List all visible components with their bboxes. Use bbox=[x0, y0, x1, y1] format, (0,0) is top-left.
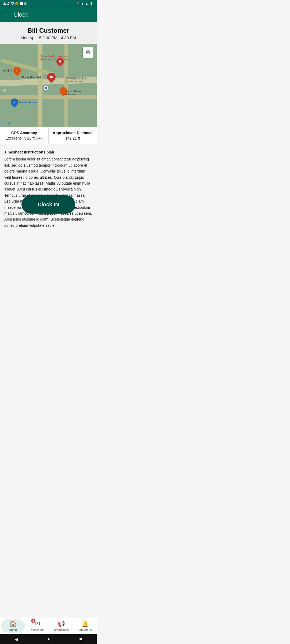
svg-point-0 bbox=[88, 52, 89, 53]
gps-info-bar: GPS Accuracy Excellent - 3.28 ft (+/-) A… bbox=[0, 127, 97, 144]
gray-dot bbox=[3, 89, 6, 92]
customer-info: Bill Customer Mon Apr 15 2:00 PM - 4:30 … bbox=[0, 22, 97, 44]
signal-icon: ▲ bbox=[85, 2, 88, 6]
gps-distance-value: 142.21 ft bbox=[51, 136, 94, 140]
location-icon: 📍 bbox=[76, 2, 80, 6]
instructions-section: Timesheet Instructions blah Lorem ipsum … bbox=[0, 144, 97, 233]
g-icon: G bbox=[24, 2, 27, 6]
map-label-atrium: Atrium Health HarrisburgEmergency Depart… bbox=[40, 55, 69, 61]
status-left: 2:17 🛡 😊 G bbox=[3, 2, 27, 6]
health-pin bbox=[56, 58, 64, 65]
shield-icon: 🛡 bbox=[11, 2, 14, 6]
clock-in-button[interactable]: Clock IN bbox=[21, 195, 75, 214]
gps-accuracy-label: GPS Accuracy bbox=[3, 131, 46, 135]
google-watermark: Google bbox=[2, 121, 13, 125]
smiley-icon: 😊 bbox=[15, 2, 19, 6]
road-diagonal bbox=[1, 58, 53, 76]
map-label-mcneely: McNeely and Mal...Family Dental G... bbox=[66, 77, 89, 83]
status-bar: 2:17 🛡 😊 G 📍 ▲ ▲ 🔋 bbox=[0, 0, 97, 8]
gps-accuracy-col: GPS Accuracy Excellent - 3.28 ft (+/-) bbox=[0, 127, 49, 144]
gps-recenter-button[interactable] bbox=[83, 47, 93, 58]
location-pin-red bbox=[47, 73, 56, 81]
harris-teeter-label: Harris Teeter bbox=[19, 101, 37, 104]
page-title: Clock bbox=[13, 11, 28, 18]
map-label-rocky-river: Rocky River Rd bbox=[22, 76, 41, 79]
svg-point-1 bbox=[86, 50, 90, 54]
map-container[interactable]: Atrium Health HarrisburgEmergency Depart… bbox=[0, 44, 97, 127]
status-right: 📍 ▲ ▲ 🔋 bbox=[76, 2, 93, 6]
harris-teeter-marker: 🛒 Harris Teeter bbox=[11, 98, 37, 106]
header: ← Clock bbox=[0, 8, 97, 22]
gps-distance-label: Approximate Distance bbox=[51, 131, 94, 135]
map-label-chick-fil-a: ick-fil-A bbox=[3, 69, 12, 72]
instructions-body: Lorem ipsum dolor sit amet, consectetur … bbox=[4, 156, 92, 228]
instructions-title: Timesheet Instructions blah bbox=[4, 149, 92, 155]
customer-schedule: Mon Apr 15 2:00 PM - 4:30 PM bbox=[4, 35, 92, 40]
back-button[interactable]: ← bbox=[4, 11, 10, 18]
battery-icon: 🔋 bbox=[89, 2, 93, 6]
gps-accuracy-value: Excellent - 3.28 ft (+/-) bbox=[3, 136, 46, 140]
customer-name: Bill Customer bbox=[4, 27, 92, 34]
current-location-dot bbox=[44, 86, 48, 90]
wifi-icon: ▲ bbox=[81, 2, 84, 6]
square-icon bbox=[20, 2, 23, 5]
gps-distance-col: Approximate Distance 142.21 ft bbox=[49, 127, 97, 144]
status-time: 2:17 bbox=[3, 2, 10, 6]
